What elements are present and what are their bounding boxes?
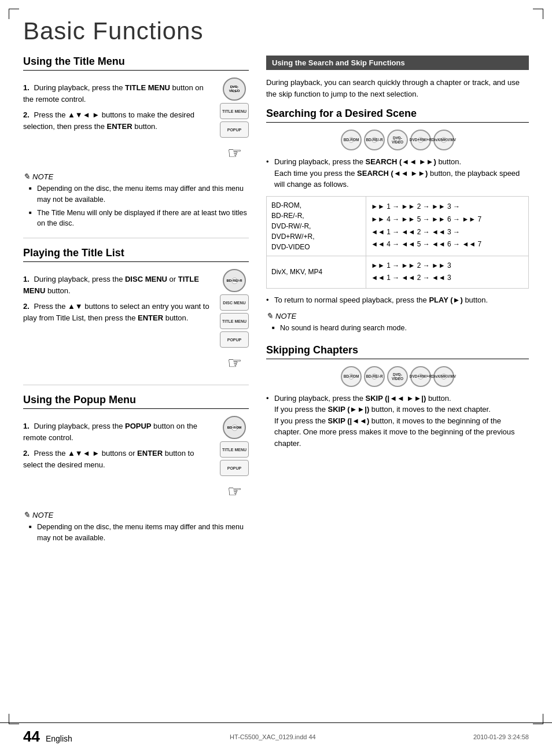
search-bullets: During playback, press the SEARCH (◄◄ ►►… bbox=[266, 156, 529, 190]
divx-types-cell: DivX, MKV, MP4 bbox=[267, 256, 366, 288]
skip-section: Skipping Chapters BD-ROM BD-RE/-R DVD-VI… bbox=[266, 344, 529, 449]
search-skip-intro: During playback, you can search quickly … bbox=[266, 77, 529, 99]
disc-types-cell: BD-ROM,BD-RE/-R,DVD-RW/-R,DVD+RW/+R,DVD-… bbox=[267, 196, 366, 256]
two-column-layout: Using the Title Menu DVD-VIDEO TITLE MEN… bbox=[23, 56, 529, 546]
title-menu-steps: 1. During playback, press the TITLE MENU… bbox=[23, 82, 249, 132]
page-title: Basic Functions bbox=[23, 17, 529, 45]
title-menu-content: DVD-VIDEO TITLE MENU POPUP ☞ 1. During p… bbox=[23, 78, 249, 166]
hand-icon-1: ☞ bbox=[220, 140, 249, 166]
note-title-3: ✎ NOTE bbox=[23, 510, 249, 519]
step-2: 2. Press the ▲▼◄ ► buttons to make the d… bbox=[23, 109, 249, 132]
return-bullet-1: To return to normal speed playback, pres… bbox=[266, 294, 529, 306]
popup-step-1: 1. During playback, press the POPUP butt… bbox=[23, 421, 249, 443]
search-note-item-1: No sound is heard during search mode. bbox=[272, 323, 529, 334]
title-list-step-2: 2. Press the ▲▼ buttons to select an ent… bbox=[23, 301, 249, 323]
hand-icon-2: ☞ bbox=[220, 350, 249, 376]
footer: 44 English HT-C5500_XAC_0129.indd 44 201… bbox=[0, 722, 552, 746]
skip-bullets: During playback, press the SKIP (|◄◄ ►►|… bbox=[266, 393, 529, 449]
popup-btn-2: POPUP bbox=[220, 331, 249, 348]
page-number-area: 44 English bbox=[23, 728, 72, 746]
search-disc-icons: BD-ROM BD-RE/-R DVD-VIDEO DVD+RW/+R DivX… bbox=[266, 130, 529, 150]
search-note-list: No sound is heard during search mode. bbox=[266, 323, 529, 334]
right-column: Using the Search and Skip Functions Duri… bbox=[266, 56, 529, 453]
title-list-remote: BD-RE/-R DISC MENU TITLE MENU POPUP ☞ bbox=[220, 269, 249, 376]
skip-disc-icons: BD-ROM BD-RE/-R DVD-VIDEO DVD+RW/+R DivX… bbox=[266, 366, 529, 387]
skip-dvd-video-icon: DVD-VIDEO bbox=[387, 366, 408, 387]
popup-btn-3: POPUP bbox=[220, 460, 249, 476]
search-heading: Searching for a Desired Scene bbox=[266, 108, 529, 123]
divider-1 bbox=[23, 238, 249, 238]
search-bullet-1: During playback, press the SEARCH (◄◄ ►►… bbox=[266, 156, 529, 190]
popup-btn-1: POPUP bbox=[220, 121, 249, 138]
popup-menu-heading: Using the Popup Menu bbox=[23, 394, 249, 409]
title-menu-section: Using the Title Menu DVD-VIDEO TITLE MEN… bbox=[23, 56, 249, 229]
popup-menu-content: BD-ROM TITLE MENU POPUP ☞ 1. During play… bbox=[23, 416, 249, 504]
note-item-1: Depending on the disc, the menu items ma… bbox=[29, 183, 249, 205]
left-column: Using the Title Menu DVD-VIDEO TITLE MEN… bbox=[23, 56, 249, 546]
skip-divx-icon: DivX/MKV/MV bbox=[433, 366, 454, 387]
popup-note-list: Depending on the disc, the menu items ma… bbox=[23, 522, 249, 544]
popup-step-2: 2. Press the ▲▼◄ ► buttons or ENTER butt… bbox=[23, 448, 249, 470]
title-list-content: BD-RE/-R DISC MENU TITLE MENU POPUP ☞ 1.… bbox=[23, 269, 249, 376]
page: Basic Functions Using the Title Menu DVD… bbox=[0, 0, 552, 756]
search-note-icon: ✎ bbox=[266, 311, 273, 320]
search-section: Searching for a Desired Scene BD-ROM BD-… bbox=[266, 108, 529, 334]
title-list-section: Playing the Title List BD-RE/-R DISC MEN… bbox=[23, 247, 249, 376]
step-1: 1. During playback, press the TITLE MENU… bbox=[23, 82, 249, 105]
title-menu-btn-2: TITLE MENU bbox=[220, 313, 249, 329]
table-row-1: BD-ROM,BD-RE/-R,DVD-RW/-R,DVD+RW/+R,DVD-… bbox=[267, 196, 529, 256]
dvd-video-icon: DVD-VIDEO bbox=[387, 130, 408, 150]
hand-icon-3: ☞ bbox=[220, 478, 249, 504]
note-icon-3: ✎ bbox=[23, 510, 30, 519]
corner-mark-tr bbox=[533, 9, 543, 19]
footer-date: 2010-01-29 3:24:58 bbox=[473, 733, 529, 740]
note-icon-1: ✎ bbox=[23, 172, 30, 181]
corner-mark-tl bbox=[9, 9, 19, 19]
return-bullet: To return to normal speed playback, pres… bbox=[266, 294, 529, 306]
skip-bd-rom-icon: BD-ROM bbox=[341, 366, 362, 387]
search-note: ✎ NOTE No sound is heard during search m… bbox=[266, 311, 529, 334]
title-list-step-1: 1. During playback, press the DISC MENU … bbox=[23, 274, 249, 296]
speeds-cell-1: ►► 1 → ►► 2 → ►► 3 → ►► 4 → ►► 5 → ►► 6 … bbox=[366, 196, 529, 256]
popup-menu-remote: BD-ROM TITLE MENU POPUP ☞ bbox=[220, 416, 249, 504]
search-skip-highlight-bar: Using the Search and Skip Functions bbox=[266, 56, 529, 70]
search-speed-table: BD-ROM,BD-RE/-R,DVD-RW/-R,DVD+RW/+R,DVD-… bbox=[266, 196, 529, 289]
page-language: English bbox=[46, 734, 72, 743]
skip-dvd-rw-icon: DVD+RW/+R bbox=[410, 366, 431, 387]
popup-menu-section: Using the Popup Menu BD-ROM TITLE MENU P… bbox=[23, 394, 249, 544]
title-menu-remote: DVD-VIDEO TITLE MENU POPUP ☞ bbox=[220, 78, 249, 166]
popup-menu-note: ✎ NOTE Depending on the disc, the menu i… bbox=[23, 510, 249, 544]
skip-heading: Skipping Chapters bbox=[266, 344, 529, 359]
title-list-steps: 1. During playback, press the DISC MENU … bbox=[23, 274, 249, 323]
title-menu-btn: TITLE MENU bbox=[220, 103, 249, 119]
title-menu-heading: Using the Title Menu bbox=[23, 56, 249, 71]
title-menu-note-list: Depending on the disc, the menu items ma… bbox=[23, 183, 249, 229]
popup-menu-steps: 1. During playback, press the POPUP butt… bbox=[23, 421, 249, 470]
dvd-rw-icon: DVD+RW/+R bbox=[410, 130, 431, 150]
table-row-2: DivX, MKV, MP4 ►► 1 → ►► 2 → ►► 3 ◄◄ 1 →… bbox=[267, 256, 529, 288]
bd-re-r-disc-icon: BD-RE/-R bbox=[223, 269, 246, 292]
bd-re-r-icon: BD-RE/-R bbox=[364, 130, 385, 150]
page-number: 44 bbox=[23, 728, 40, 746]
bd-rom-icon: BD-ROM bbox=[341, 130, 362, 150]
search-note-title: ✎ NOTE bbox=[266, 311, 529, 320]
footer-filename: HT-C5500_XAC_0129.indd 44 bbox=[230, 733, 316, 740]
dvd-video-disc-icon: DVD-VIDEO bbox=[223, 78, 246, 101]
note-title-1: ✎ NOTE bbox=[23, 172, 249, 181]
note-item-2: The Title Menu will only be displayed if… bbox=[29, 208, 249, 230]
skip-bd-re-r-icon: BD-RE/-R bbox=[364, 366, 385, 387]
popup-note-item-1: Depending on the disc, the menu items ma… bbox=[29, 522, 249, 544]
divider-2 bbox=[23, 385, 249, 385]
title-list-heading: Playing the Title List bbox=[23, 247, 249, 262]
skip-bullet-1: During playback, press the SKIP (|◄◄ ►►|… bbox=[266, 393, 529, 449]
divx-icon: DivX/MKV/MV bbox=[433, 130, 454, 150]
disc-menu-btn: DISC MENU bbox=[220, 294, 249, 311]
speeds-cell-2: ►► 1 → ►► 2 → ►► 3 ◄◄ 1 → ◄◄ 2 → ◄◄ 3 bbox=[366, 256, 529, 288]
title-menu-note: ✎ NOTE Depending on the disc, the menu i… bbox=[23, 172, 249, 229]
title-menu-btn-3: TITLE MENU bbox=[220, 441, 249, 458]
bd-rom-disc-icon: BD-ROM bbox=[223, 416, 246, 439]
